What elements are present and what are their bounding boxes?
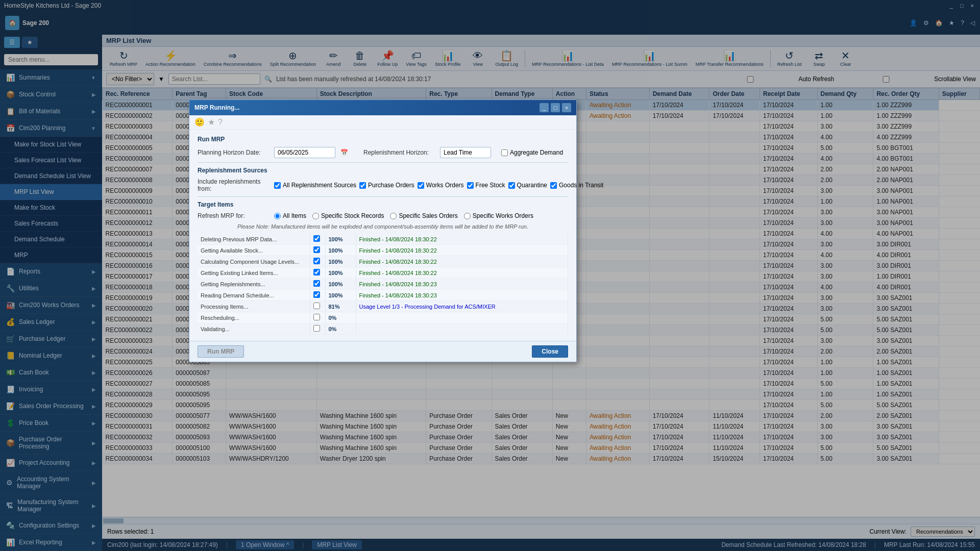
modal-footer: Run MRP Close — [189, 341, 576, 362]
progress-percent: 0% — [325, 323, 356, 335]
planning-horizon-label: Planning Horizon Date: — [198, 149, 269, 156]
aggregate-demand-checkbox-label[interactable]: Aggregate Demand — [501, 149, 563, 156]
free-stock-label[interactable]: Free Stock — [467, 182, 505, 189]
planning-horizon-input[interactable] — [274, 147, 335, 158]
refresh-mrp-for-row: Refresh MRP for: All Items Specific Stoc… — [198, 212, 568, 219]
all-replenishment-sources-checkbox[interactable] — [274, 182, 281, 189]
specific-stock-radio-label[interactable]: Specific Stock Records — [312, 212, 384, 219]
progress-checkbox[interactable] — [313, 235, 320, 242]
progress-label: Validating... — [198, 323, 310, 335]
progress-percent: 100% — [325, 290, 356, 301]
free-stock-checkbox[interactable] — [467, 182, 474, 189]
progress-label: Getting Replenishments... — [198, 279, 310, 290]
all-replenishment-sources-label[interactable]: All Replenishment Sources — [274, 182, 356, 189]
progress-percent: 100% — [325, 279, 356, 290]
progress-status: Finished - 14/08/2024 18:30:22 — [356, 256, 568, 267]
works-orders-label[interactable]: Works Orders — [418, 182, 464, 189]
progress-row: Reading Demand Schedule...100%Finished -… — [198, 290, 568, 301]
replenishment-sources-title: Replenishment Sources — [198, 167, 568, 174]
progress-label: Calculating Component Usage Levels... — [198, 256, 310, 267]
specific-works-radio-label[interactable]: Specific Works Orders — [464, 212, 533, 219]
progress-percent: 0% — [325, 312, 356, 323]
progress-label: Getting Existing Linked Items... — [198, 267, 310, 279]
progress-row: Calculating Component Usage Levels...100… — [198, 256, 568, 267]
progress-row: Getting Available Stock...100%Finished -… — [198, 245, 568, 256]
replenishment-horizon-label: Replenishment Horizon: — [363, 149, 435, 156]
goods-in-transit-checkbox[interactable] — [550, 182, 557, 189]
progress-status — [356, 323, 568, 335]
progress-status: Finished - 14/08/2024 18:30:23 — [356, 290, 568, 301]
progress-label: Reading Demand Schedule... — [198, 290, 310, 301]
target-items-title: Target Items — [198, 201, 568, 208]
planning-horizon-row: Planning Horizon Date: 📅 Replenishment H… — [198, 147, 568, 158]
replenishment-checkboxes: All Replenishment Sources Purchase Order… — [274, 182, 603, 189]
works-orders-checkbox[interactable] — [418, 182, 424, 189]
close-modal-button[interactable]: Close — [532, 345, 568, 358]
modal-close-button[interactable]: × — [562, 103, 571, 112]
progress-status: Finished - 14/08/2024 18:30:22 — [356, 267, 568, 279]
purchase-orders-checkbox[interactable] — [359, 182, 366, 189]
progress-checkbox[interactable] — [313, 303, 320, 309]
progress-status: Finished - 14/08/2024 18:30:22 — [356, 245, 568, 256]
progress-row: Getting Existing Linked Items...100%Fini… — [198, 267, 568, 279]
specific-sales-radio-label[interactable]: Specific Sales Orders — [390, 212, 457, 219]
quarantine-checkbox[interactable] — [508, 182, 515, 189]
progress-percent: 100% — [325, 256, 356, 267]
progress-checkbox[interactable] — [313, 246, 320, 253]
specific-works-radio[interactable] — [464, 213, 471, 219]
modal-overlay: MRP Running... _ □ × 🙂 ★ ? Run MRP Plann… — [0, 0, 980, 551]
progress-checkbox[interactable] — [313, 269, 320, 276]
specific-stock-radio[interactable] — [312, 213, 319, 219]
progress-status — [356, 312, 568, 323]
progress-row: Rescheduling...0% — [198, 312, 568, 323]
run-mrp-button[interactable]: Run MRP — [198, 345, 244, 358]
progress-label: Deleting Previous MRP Data... — [198, 234, 310, 245]
help-modal-icon[interactable]: ? — [218, 118, 223, 127]
progress-percent: 81% — [325, 301, 356, 312]
progress-checkbox[interactable] — [313, 325, 320, 332]
modal-maximize-button[interactable]: □ — [551, 103, 560, 112]
progress-row: Processing Items...81%Usage Level 1/3 - … — [198, 301, 568, 312]
progress-table: Deleting Previous MRP Data...100%Finishe… — [198, 234, 568, 335]
emoji-face-icon: 🙂 — [194, 117, 205, 127]
progress-label: Rescheduling... — [198, 312, 310, 323]
progress-status: Finished - 14/08/2024 18:30:23 — [356, 279, 568, 290]
note-text: Please Note: Manufactured items will be … — [198, 223, 568, 230]
purchase-orders-label[interactable]: Purchase Orders — [359, 182, 414, 189]
include-from-label: Include replenishments from: — [198, 178, 269, 192]
progress-percent: 100% — [325, 267, 356, 279]
progress-status: Usage Level 1/3 - Processing Demand for … — [356, 301, 568, 312]
modal-status-header: MRP Running... — [194, 104, 239, 111]
progress-label: Getting Available Stock... — [198, 245, 310, 256]
run-mrp-modal: MRP Running... _ □ × 🙂 ★ ? Run MRP Plann… — [189, 99, 577, 362]
modal-title: Run MRP — [198, 136, 568, 143]
all-items-radio[interactable] — [274, 213, 281, 219]
modal-titlebar-buttons: _ □ × — [540, 103, 571, 112]
progress-label: Processing Items... — [198, 301, 310, 312]
aggregate-demand-checkbox[interactable] — [501, 149, 508, 156]
star-modal-icon[interactable]: ★ — [208, 117, 215, 127]
progress-percent: 100% — [325, 234, 356, 245]
progress-percent: 100% — [325, 245, 356, 256]
all-items-radio-label[interactable]: All Items — [274, 212, 306, 219]
replenishment-horizon-input[interactable] — [440, 147, 491, 158]
goods-in-transit-label[interactable]: Goods in Transit — [550, 182, 603, 189]
progress-status: Finished - 14/08/2024 18:30:22 — [356, 234, 568, 245]
progress-row: Validating...0% — [198, 323, 568, 335]
include-replenishments-row: Include replenishments from: All Repleni… — [198, 178, 568, 192]
progress-checkbox[interactable] — [313, 314, 320, 320]
refresh-mrp-for-label: Refresh MRP for: — [198, 212, 269, 219]
modal-titlebar: MRP Running... _ □ × — [189, 100, 576, 115]
quarantine-label[interactable]: Quarantine — [508, 182, 547, 189]
calendar-icon[interactable]: 📅 — [340, 149, 348, 156]
progress-checkbox[interactable] — [313, 291, 320, 298]
specific-sales-radio[interactable] — [390, 213, 397, 219]
progress-row: Deleting Previous MRP Data...100%Finishe… — [198, 234, 568, 245]
modal-body: Run MRP Planning Horizon Date: 📅 Repleni… — [189, 130, 576, 341]
modal-minimize-button[interactable]: _ — [540, 103, 549, 112]
progress-checkbox[interactable] — [313, 280, 320, 287]
progress-row: Getting Replenishments...100%Finished - … — [198, 279, 568, 290]
target-items-radio-group: All Items Specific Stock Records Specifi… — [274, 212, 533, 219]
progress-checkbox[interactable] — [313, 258, 320, 264]
